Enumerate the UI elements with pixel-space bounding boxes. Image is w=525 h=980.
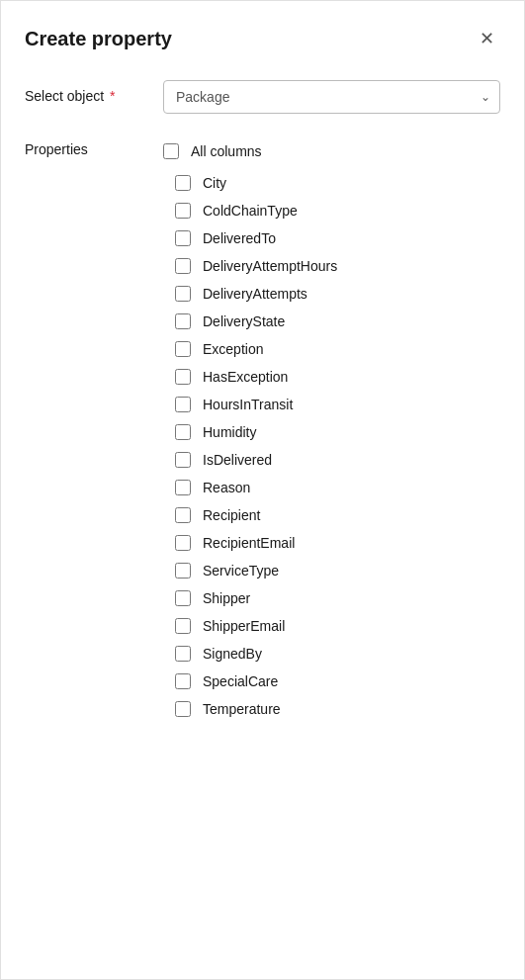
exception-label: Exception	[203, 341, 263, 357]
recipient-email-checkbox[interactable]	[175, 535, 191, 551]
humidity-label: Humidity	[203, 424, 256, 440]
service-type-label: ServiceType	[203, 563, 279, 579]
select-object-input[interactable]: Package	[163, 80, 500, 114]
list-item[interactable]: Recipient	[175, 501, 500, 529]
city-label: City	[203, 175, 226, 191]
checkboxes-list: All columns City ColdChainType Delivered…	[163, 137, 500, 723]
delivery-attempt-hours-checkbox[interactable]	[175, 258, 191, 274]
reason-checkbox[interactable]	[175, 480, 191, 495]
required-indicator: *	[106, 88, 115, 104]
list-item[interactable]: RecipientEmail	[175, 529, 500, 557]
service-type-checkbox[interactable]	[175, 563, 191, 579]
dialog-header: Create property ✕	[25, 25, 500, 52]
has-exception-checkbox[interactable]	[175, 369, 191, 385]
all-columns-label: All columns	[191, 143, 262, 159]
shipper-email-label: ShipperEmail	[203, 618, 285, 634]
delivery-attempts-label: DeliveryAttempts	[203, 286, 307, 302]
list-item[interactable]: HasException	[175, 363, 500, 391]
cold-chain-type-checkbox[interactable]	[175, 203, 191, 219]
reason-label: Reason	[203, 480, 250, 495]
property-items-list: City ColdChainType DeliveredTo DeliveryA…	[175, 169, 500, 723]
recipient-label: Recipient	[203, 507, 260, 523]
list-item[interactable]: HoursInTransit	[175, 391, 500, 418]
dialog-title: Create property	[25, 28, 172, 50]
recipient-email-label: RecipientEmail	[203, 535, 295, 551]
select-object-wrapper: Package ⌄	[163, 80, 500, 114]
delivery-attempts-checkbox[interactable]	[175, 286, 191, 302]
list-item[interactable]: City	[175, 169, 500, 197]
delivery-attempt-hours-label: DeliveryAttemptHours	[203, 258, 337, 274]
properties-section: Properties All columns City ColdChainTyp…	[25, 137, 500, 723]
signed-by-label: SignedBy	[203, 646, 262, 662]
delivered-to-checkbox[interactable]	[175, 230, 191, 246]
list-item[interactable]: DeliveryAttempts	[175, 280, 500, 308]
properties-label: Properties	[25, 137, 163, 157]
list-item[interactable]: Exception	[175, 335, 500, 363]
cold-chain-type-label: ColdChainType	[203, 203, 298, 219]
city-checkbox[interactable]	[175, 175, 191, 191]
special-care-checkbox[interactable]	[175, 673, 191, 689]
delivery-state-label: DeliveryState	[203, 313, 285, 329]
list-item[interactable]: ShipperEmail	[175, 612, 500, 640]
temperature-label: Temperature	[203, 701, 281, 717]
special-care-label: SpecialCare	[203, 673, 278, 689]
delivered-to-label: DeliveredTo	[203, 230, 276, 246]
has-exception-label: HasException	[203, 369, 288, 385]
temperature-checkbox[interactable]	[175, 701, 191, 717]
select-object-label: Select object *	[25, 80, 163, 104]
list-item[interactable]: Reason	[175, 474, 500, 501]
list-item[interactable]: Humidity	[175, 418, 500, 446]
list-item[interactable]: Shipper	[175, 584, 500, 612]
list-item[interactable]: DeliveryState	[175, 308, 500, 335]
is-delivered-checkbox[interactable]	[175, 452, 191, 468]
recipient-checkbox[interactable]	[175, 507, 191, 523]
delivery-state-checkbox[interactable]	[175, 313, 191, 329]
list-item[interactable]: SignedBy	[175, 640, 500, 668]
signed-by-checkbox[interactable]	[175, 646, 191, 662]
list-item[interactable]: Temperature	[175, 695, 500, 723]
list-item[interactable]: DeliveryAttemptHours	[175, 252, 500, 280]
create-property-dialog: Create property ✕ Select object * Packag…	[0, 0, 525, 980]
all-columns-checkbox[interactable]	[163, 143, 179, 159]
hours-in-transit-label: HoursInTransit	[203, 397, 293, 412]
shipper-email-checkbox[interactable]	[175, 618, 191, 634]
is-delivered-label: IsDelivered	[203, 452, 272, 468]
shipper-checkbox[interactable]	[175, 590, 191, 606]
shipper-label: Shipper	[203, 590, 250, 606]
select-object-row: Select object * Package ⌄	[25, 80, 500, 114]
list-item[interactable]: SpecialCare	[175, 668, 500, 695]
hours-in-transit-checkbox[interactable]	[175, 397, 191, 412]
list-item[interactable]: ServiceType	[175, 557, 500, 584]
humidity-checkbox[interactable]	[175, 424, 191, 440]
list-item[interactable]: ColdChainType	[175, 197, 500, 224]
all-columns-checkbox-item[interactable]: All columns	[163, 137, 500, 165]
exception-checkbox[interactable]	[175, 341, 191, 357]
close-button[interactable]: ✕	[473, 25, 500, 52]
list-item[interactable]: IsDelivered	[175, 446, 500, 474]
list-item[interactable]: DeliveredTo	[175, 224, 500, 252]
